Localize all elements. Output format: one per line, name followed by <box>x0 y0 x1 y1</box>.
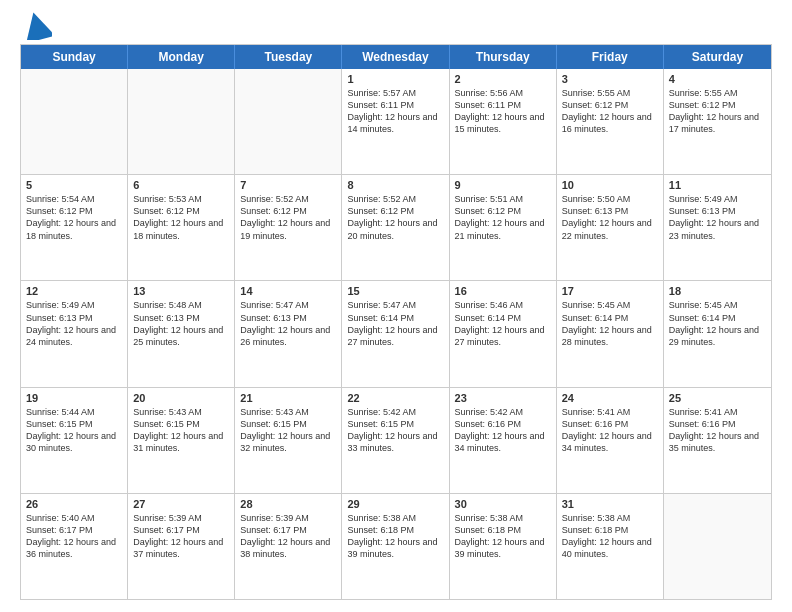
cal-cell-empty <box>21 69 128 174</box>
day-number: 15 <box>347 285 443 297</box>
cal-cell-day-1: 1Sunrise: 5:57 AM Sunset: 6:11 PM Daylig… <box>342 69 449 174</box>
day-number: 27 <box>133 498 229 510</box>
cal-cell-day-21: 21Sunrise: 5:43 AM Sunset: 6:15 PM Dayli… <box>235 388 342 493</box>
calendar-week-2: 5Sunrise: 5:54 AM Sunset: 6:12 PM Daylig… <box>21 174 771 280</box>
day-info: Sunrise: 5:45 AM Sunset: 6:14 PM Dayligh… <box>669 299 766 348</box>
day-number: 1 <box>347 73 443 85</box>
cal-header-thursday: Thursday <box>450 45 557 69</box>
day-number: 12 <box>26 285 122 297</box>
cal-cell-empty <box>664 494 771 599</box>
day-info: Sunrise: 5:41 AM Sunset: 6:16 PM Dayligh… <box>669 406 766 455</box>
cal-header-saturday: Saturday <box>664 45 771 69</box>
day-info: Sunrise: 5:44 AM Sunset: 6:15 PM Dayligh… <box>26 406 122 455</box>
day-number: 23 <box>455 392 551 404</box>
day-info: Sunrise: 5:53 AM Sunset: 6:12 PM Dayligh… <box>133 193 229 242</box>
day-info: Sunrise: 5:39 AM Sunset: 6:17 PM Dayligh… <box>240 512 336 561</box>
day-number: 4 <box>669 73 766 85</box>
cal-cell-day-5: 5Sunrise: 5:54 AM Sunset: 6:12 PM Daylig… <box>21 175 128 280</box>
cal-cell-day-24: 24Sunrise: 5:41 AM Sunset: 6:16 PM Dayli… <box>557 388 664 493</box>
day-number: 8 <box>347 179 443 191</box>
day-info: Sunrise: 5:52 AM Sunset: 6:12 PM Dayligh… <box>347 193 443 242</box>
day-info: Sunrise: 5:51 AM Sunset: 6:12 PM Dayligh… <box>455 193 551 242</box>
cal-cell-day-26: 26Sunrise: 5:40 AM Sunset: 6:17 PM Dayli… <box>21 494 128 599</box>
header <box>20 16 772 34</box>
cal-cell-day-11: 11Sunrise: 5:49 AM Sunset: 6:13 PM Dayli… <box>664 175 771 280</box>
calendar-header: SundayMondayTuesdayWednesdayThursdayFrid… <box>21 45 771 69</box>
cal-cell-day-9: 9Sunrise: 5:51 AM Sunset: 6:12 PM Daylig… <box>450 175 557 280</box>
cal-cell-day-19: 19Sunrise: 5:44 AM Sunset: 6:15 PM Dayli… <box>21 388 128 493</box>
cal-cell-day-18: 18Sunrise: 5:45 AM Sunset: 6:14 PM Dayli… <box>664 281 771 386</box>
day-info: Sunrise: 5:42 AM Sunset: 6:16 PM Dayligh… <box>455 406 551 455</box>
day-info: Sunrise: 5:55 AM Sunset: 6:12 PM Dayligh… <box>562 87 658 136</box>
day-info: Sunrise: 5:50 AM Sunset: 6:13 PM Dayligh… <box>562 193 658 242</box>
day-number: 5 <box>26 179 122 191</box>
day-number: 18 <box>669 285 766 297</box>
cal-cell-day-16: 16Sunrise: 5:46 AM Sunset: 6:14 PM Dayli… <box>450 281 557 386</box>
cal-cell-day-29: 29Sunrise: 5:38 AM Sunset: 6:18 PM Dayli… <box>342 494 449 599</box>
cal-cell-day-22: 22Sunrise: 5:42 AM Sunset: 6:15 PM Dayli… <box>342 388 449 493</box>
day-info: Sunrise: 5:48 AM Sunset: 6:13 PM Dayligh… <box>133 299 229 348</box>
day-info: Sunrise: 5:47 AM Sunset: 6:14 PM Dayligh… <box>347 299 443 348</box>
day-number: 25 <box>669 392 766 404</box>
cal-cell-day-20: 20Sunrise: 5:43 AM Sunset: 6:15 PM Dayli… <box>128 388 235 493</box>
cal-cell-day-17: 17Sunrise: 5:45 AM Sunset: 6:14 PM Dayli… <box>557 281 664 386</box>
cal-cell-day-13: 13Sunrise: 5:48 AM Sunset: 6:13 PM Dayli… <box>128 281 235 386</box>
day-info: Sunrise: 5:43 AM Sunset: 6:15 PM Dayligh… <box>133 406 229 455</box>
day-number: 9 <box>455 179 551 191</box>
day-number: 11 <box>669 179 766 191</box>
cal-cell-day-2: 2Sunrise: 5:56 AM Sunset: 6:11 PM Daylig… <box>450 69 557 174</box>
cal-cell-day-6: 6Sunrise: 5:53 AM Sunset: 6:12 PM Daylig… <box>128 175 235 280</box>
logo <box>20 16 52 34</box>
day-number: 10 <box>562 179 658 191</box>
day-info: Sunrise: 5:43 AM Sunset: 6:15 PM Dayligh… <box>240 406 336 455</box>
day-number: 6 <box>133 179 229 191</box>
calendar-week-3: 12Sunrise: 5:49 AM Sunset: 6:13 PM Dayli… <box>21 280 771 386</box>
cal-cell-day-12: 12Sunrise: 5:49 AM Sunset: 6:13 PM Dayli… <box>21 281 128 386</box>
day-number: 22 <box>347 392 443 404</box>
day-info: Sunrise: 5:38 AM Sunset: 6:18 PM Dayligh… <box>455 512 551 561</box>
day-info: Sunrise: 5:46 AM Sunset: 6:14 PM Dayligh… <box>455 299 551 348</box>
day-number: 2 <box>455 73 551 85</box>
cal-cell-day-28: 28Sunrise: 5:39 AM Sunset: 6:17 PM Dayli… <box>235 494 342 599</box>
calendar-week-4: 19Sunrise: 5:44 AM Sunset: 6:15 PM Dayli… <box>21 387 771 493</box>
cal-cell-day-3: 3Sunrise: 5:55 AM Sunset: 6:12 PM Daylig… <box>557 69 664 174</box>
cal-cell-day-15: 15Sunrise: 5:47 AM Sunset: 6:14 PM Dayli… <box>342 281 449 386</box>
day-info: Sunrise: 5:49 AM Sunset: 6:13 PM Dayligh… <box>669 193 766 242</box>
day-number: 14 <box>240 285 336 297</box>
cal-header-wednesday: Wednesday <box>342 45 449 69</box>
day-info: Sunrise: 5:52 AM Sunset: 6:12 PM Dayligh… <box>240 193 336 242</box>
day-info: Sunrise: 5:41 AM Sunset: 6:16 PM Dayligh… <box>562 406 658 455</box>
cal-cell-day-8: 8Sunrise: 5:52 AM Sunset: 6:12 PM Daylig… <box>342 175 449 280</box>
day-number: 29 <box>347 498 443 510</box>
day-number: 24 <box>562 392 658 404</box>
day-info: Sunrise: 5:39 AM Sunset: 6:17 PM Dayligh… <box>133 512 229 561</box>
calendar: SundayMondayTuesdayWednesdayThursdayFrid… <box>20 44 772 600</box>
page-container: SundayMondayTuesdayWednesdayThursdayFrid… <box>0 0 792 612</box>
day-info: Sunrise: 5:38 AM Sunset: 6:18 PM Dayligh… <box>347 512 443 561</box>
day-info: Sunrise: 5:56 AM Sunset: 6:11 PM Dayligh… <box>455 87 551 136</box>
day-info: Sunrise: 5:40 AM Sunset: 6:17 PM Dayligh… <box>26 512 122 561</box>
cal-cell-day-10: 10Sunrise: 5:50 AM Sunset: 6:13 PM Dayli… <box>557 175 664 280</box>
day-info: Sunrise: 5:38 AM Sunset: 6:18 PM Dayligh… <box>562 512 658 561</box>
cal-header-friday: Friday <box>557 45 664 69</box>
day-info: Sunrise: 5:45 AM Sunset: 6:14 PM Dayligh… <box>562 299 658 348</box>
cal-cell-day-27: 27Sunrise: 5:39 AM Sunset: 6:17 PM Dayli… <box>128 494 235 599</box>
day-info: Sunrise: 5:49 AM Sunset: 6:13 PM Dayligh… <box>26 299 122 348</box>
day-number: 3 <box>562 73 658 85</box>
cal-cell-day-4: 4Sunrise: 5:55 AM Sunset: 6:12 PM Daylig… <box>664 69 771 174</box>
cal-header-sunday: Sunday <box>21 45 128 69</box>
cal-cell-day-25: 25Sunrise: 5:41 AM Sunset: 6:16 PM Dayli… <box>664 388 771 493</box>
day-number: 20 <box>133 392 229 404</box>
cal-cell-day-30: 30Sunrise: 5:38 AM Sunset: 6:18 PM Dayli… <box>450 494 557 599</box>
day-number: 17 <box>562 285 658 297</box>
day-info: Sunrise: 5:55 AM Sunset: 6:12 PM Dayligh… <box>669 87 766 136</box>
day-info: Sunrise: 5:42 AM Sunset: 6:15 PM Dayligh… <box>347 406 443 455</box>
day-number: 7 <box>240 179 336 191</box>
cal-header-monday: Monday <box>128 45 235 69</box>
cal-cell-empty <box>128 69 235 174</box>
cal-header-tuesday: Tuesday <box>235 45 342 69</box>
calendar-body: 1Sunrise: 5:57 AM Sunset: 6:11 PM Daylig… <box>21 69 771 599</box>
day-number: 21 <box>240 392 336 404</box>
cal-cell-day-31: 31Sunrise: 5:38 AM Sunset: 6:18 PM Dayli… <box>557 494 664 599</box>
logo-icon <box>22 12 52 40</box>
